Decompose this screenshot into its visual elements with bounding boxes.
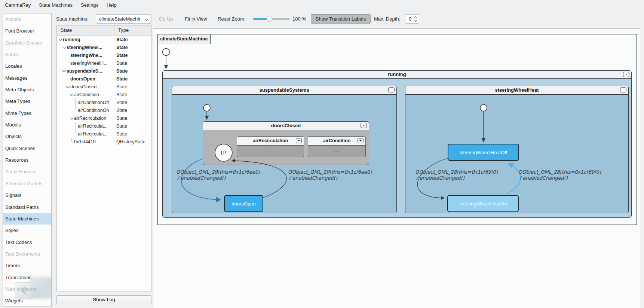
sidebar-item-actions[interactable]: Actions [3,13,51,25]
collapse-button[interactable]: - [361,123,367,128]
chevron-down-icon[interactable] [70,91,74,98]
sidebar-item-quick-scenes[interactable]: Quick Scenes [3,143,51,154]
sidebar-item-timers[interactable]: Timers [3,260,51,271]
state-air-condition[interactable]: airCondition + ... [308,136,366,157]
state-suspendable-title: suspendableSystems - [172,86,396,95]
tree-branch-icon [73,130,78,138]
chevron-down-icon[interactable] [66,83,70,91]
state-type: State [114,123,151,129]
state-name: steeringWheel... [67,45,102,50]
table-row[interactable]: steeringWheel... State [57,43,151,51]
tree-branch-icon [73,106,78,114]
sidebar-item-graphics-scenes[interactable]: Graphics Scenes [3,37,51,49]
max-depth-spinbox[interactable]: 0 [405,14,419,24]
collapse-button[interactable]: - [388,87,395,92]
state-type: State [114,116,151,121]
table-row[interactable]: doorsOpen State [57,75,151,83]
table-row[interactable]: airConditionOn State [57,106,151,114]
state-type: State [114,76,151,82]
table-row[interactable]: airRecirculat... State [57,122,151,130]
state-air-recirculation-title: airRecirculation + [237,137,304,146]
chevron-down-icon[interactable] [58,36,63,43]
go-up-button[interactable]: Go Up [159,16,173,22]
state-name: suspendableS... [67,68,102,74]
state-type: QHistoryState [114,139,151,144]
reset-zoom-button[interactable]: Reset Zoom [218,16,244,22]
column-header-state[interactable]: State [57,25,114,35]
sidebar-item-widgets[interactable]: Widgets [3,295,51,307]
sidebar-item-models[interactable]: Models [3,119,51,131]
state-name: running [63,37,80,42]
state-name: 0x1cf4410 [74,139,96,144]
sidebar-item-meta-types[interactable]: Meta Types [3,95,51,107]
table-row[interactable]: doorsClosed State [57,83,151,91]
sidebar-item-script-engines[interactable]: Script Engines [3,166,51,177]
slider-handle[interactable] [266,16,272,22]
state-type: State [114,37,151,42]
sidebar-item-messages[interactable]: Messages [3,72,51,84]
fit-in-view-button[interactable]: Fit in View [185,16,207,22]
table-row[interactable]: airConditionOff State [57,98,151,106]
show-log-button[interactable]: Show Log [56,295,151,304]
table-row[interactable]: suspendableS... State [57,67,151,75]
table-row[interactable]: 0x1cf4410 QHistoryState [57,138,151,146]
state-name: doorsOpen [70,76,95,82]
state-doors-closed-title: doorsClosed - [203,122,369,130]
zoom-slider[interactable] [253,14,290,23]
state-tree-table: State Type running State steeringWheel..… [56,25,151,292]
menu-item[interactable]: GammaRay [1,1,35,9]
collapsed-content-ellipsis: ... [308,146,365,155]
state-name: airRecirculat... [78,123,108,129]
expand-button[interactable]: + [358,138,364,143]
sidebar-item-signals[interactable]: Signals [3,189,51,201]
state-machine-combobox[interactable]: climateStateMachir [96,14,151,24]
sidebar-item-meta-objects[interactable]: Meta Objects [3,84,51,95]
zoom-percent: 100 % [292,16,306,22]
tree-branch-icon [66,75,70,83]
tree-branch-icon [73,122,78,130]
sidebar-item-locales[interactable]: Locales [3,60,51,72]
menu-item[interactable]: Settings [77,1,102,9]
table-row[interactable]: airRecirculation State [57,114,151,122]
state-heat-on[interactable]: steeringWheelHeatOn [447,195,519,212]
spin-down-icon[interactable] [414,18,417,22]
column-header-type[interactable]: Type [114,25,151,35]
sidebar-item-standard-paths[interactable]: Standard Paths [3,201,51,213]
sidebar-item-text-codecs[interactable]: Text Codecs [3,237,51,248]
table-row[interactable]: steeringWheelH... State [57,59,151,67]
state-doors-open[interactable]: doorsOpen [224,195,263,212]
sidebar-item-text-documents[interactable]: Text Documents [3,248,51,260]
show-transition-labels-toggle[interactable]: Show Transition Labels [311,14,371,24]
table-row[interactable]: steeringWhe... State [57,51,151,59]
chevron-down-icon[interactable] [70,114,74,122]
sidebar-item-resources[interactable]: Resources [3,154,51,166]
chevron-down-icon[interactable] [62,43,67,51]
sidebar-item-styles[interactable]: Styles [3,225,51,236]
state-name: doorsClosed [70,84,96,89]
state-name: steeringWhe... [70,53,102,58]
sidebar-item-state-machines[interactable]: State Machines [3,213,51,225]
menu-item[interactable]: Help [102,1,121,9]
table-row[interactable]: running State [57,36,151,43]
sidebar-item-mime-types[interactable]: Mime Types [3,107,51,119]
expand-button[interactable]: + [296,138,302,143]
table-row[interactable]: airCondition State [57,91,151,98]
state-type: State [114,45,151,50]
state-air-recirculation[interactable]: airRecirculation + ... [237,136,304,157]
state-type: State [114,84,151,89]
menu-item[interactable]: State Machines [35,1,77,9]
sidebar-item-web-inspector[interactable]: Web Inspector [3,283,51,295]
collapse-button[interactable]: - [620,87,626,92]
state-climate-machine-title[interactable]: climateStateMachine [157,34,211,44]
sidebar-item-selection-models[interactable]: Selection Models [3,178,51,189]
sidebar-item-kjobs[interactable]: KJobs [3,49,51,60]
sidebar-item-translations[interactable]: Translations [3,272,51,283]
state-steering-title: steeringWheelHeat - [405,86,628,95]
chevron-down-icon[interactable] [62,67,67,75]
state-heat-off[interactable]: steeringWheelHeatOff [448,144,519,161]
collapse-button[interactable]: - [623,72,629,77]
table-header: State Type [57,25,151,36]
table-row[interactable]: airRecirculat... State [57,130,151,138]
sidebar-item-objects[interactable]: Objects [3,131,51,142]
sidebar-item-font-browser[interactable]: Font Browser [3,25,51,37]
